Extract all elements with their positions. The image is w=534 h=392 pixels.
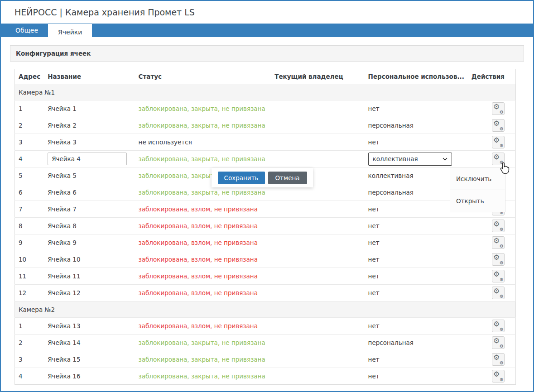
gears-icon: ⚙ — [493, 254, 500, 261]
actions-gear-button[interactable]: ⚙⚙ — [492, 102, 505, 115]
cell-name-cell: Ячейка 6 — [44, 184, 135, 201]
cell-status: заблокирована, закрыта, не привязана — [135, 100, 271, 117]
cell-status: заблокирована, закрыта, не привязана — [135, 335, 271, 351]
actions-gear-button[interactable]: ⚙⚙ — [492, 336, 505, 349]
cell-address: 4 — [15, 368, 44, 385]
gear-small-icon: ⚙ — [500, 244, 504, 249]
cell-personal-cell: нет — [365, 218, 468, 234]
cell-personal-cell: персональная — [365, 117, 468, 134]
cell-name-cell: Ячейка 5 — [44, 167, 135, 184]
gears-icon: ⚙ — [493, 153, 500, 161]
cell-row: 2Ячейка 14заблокирована, закрыта, не при… — [15, 335, 516, 351]
cell-name-cell: Ячейка 13 — [44, 318, 135, 335]
cell-address: 1 — [15, 318, 44, 335]
cell-actions: ⚙⚙ — [468, 318, 516, 335]
camera-group-label: Камера №1 — [15, 84, 516, 100]
cell-status: заблокирована, взлом, не привязана — [135, 234, 271, 251]
cell-row: 3Ячейка 15заблокирована, закрыта, не при… — [15, 351, 516, 368]
cell-owner — [271, 218, 364, 234]
camera-group-label: Камера №2 — [15, 301, 516, 318]
cell-owner — [271, 285, 364, 301]
actions-gear-button[interactable]: ⚙⚙ — [492, 287, 505, 299]
gears-icon: ⚙ — [493, 120, 500, 127]
tab-cells[interactable]: Ячейки — [48, 24, 92, 40]
gear-small-icon: ⚙ — [500, 110, 504, 115]
actions-gear-button[interactable]: ⚙⚙ — [492, 153, 505, 165]
camera-group-row: Камера №1 — [15, 84, 516, 100]
camera-group-row: Камера №2 — [15, 301, 516, 318]
gears-icon: ⚙ — [493, 220, 500, 228]
cell-status: заблокирована, взлом, не привязана — [135, 268, 271, 285]
cell-personal-cell: нет — [365, 285, 468, 301]
cell-personal-cell: нет — [365, 268, 468, 285]
save-cancel-popup: Сохранить Отмена — [212, 168, 313, 187]
cell-owner — [271, 117, 364, 134]
cell-name-cell: Ячейка 15 — [44, 351, 135, 368]
cell-name-cell: Ячейка 16 — [44, 368, 135, 385]
actions-context-menu: Исключить Открыть — [450, 167, 505, 212]
cell-personal-cell: нет — [365, 251, 468, 268]
cell-owner — [271, 134, 364, 151]
cell-address: 10 — [15, 251, 44, 268]
personal-use-select[interactable]: коллективная — [368, 153, 452, 166]
cell-actions: ⚙⚙ — [468, 251, 516, 268]
cells-table: Адрес Название Статус Текущий владелец П… — [14, 69, 516, 385]
cell-owner — [271, 251, 364, 268]
actions-gear-button[interactable]: ⚙⚙ — [492, 353, 505, 366]
actions-gear-button[interactable]: ⚙⚙ — [492, 320, 505, 332]
cell-row: 1Ячейка 13заблокирована, взлом, не привя… — [15, 318, 516, 335]
actions-gear-button[interactable]: ⚙⚙ — [492, 270, 505, 282]
tab-bar: Общее Ячейки — [1, 24, 533, 37]
cell-address: 8 — [15, 218, 44, 234]
cell-address: 11 — [15, 268, 44, 285]
cell-name-cell — [44, 151, 135, 167]
cell-row: 10Ячейка 10заблокирована, взлом, не прив… — [15, 251, 516, 268]
cell-status: заблокирована, закрыта, не привязана — [135, 151, 271, 167]
gear-small-icon: ⚙ — [500, 227, 504, 232]
gears-icon: ⚙ — [493, 320, 500, 328]
actions-gear-button[interactable]: ⚙⚙ — [492, 253, 505, 266]
cell-personal-cell: нет — [365, 100, 468, 117]
cell-status: заблокирована, закрыта, не привязана — [135, 351, 271, 368]
cell-personal-cell: персональная — [365, 335, 468, 351]
cell-name-cell: Ячейка 9 — [44, 234, 135, 251]
cells-table-body: Камера №11Ячейка 1заблокирована, закрыта… — [15, 84, 516, 385]
app-window: НЕЙРОСС | Камера хранения Промет LS Обще… — [0, 0, 534, 392]
cell-owner — [271, 368, 364, 385]
cell-name-cell: Ячейка 1 — [44, 100, 135, 117]
tab-general[interactable]: Общее — [5, 24, 48, 37]
cell-name-cell: Ячейка 2 — [44, 117, 135, 134]
actions-gear-button[interactable]: ⚙⚙ — [492, 236, 505, 249]
cell-owner — [271, 234, 364, 251]
cell-address: 5 — [15, 167, 44, 184]
actions-gear-button[interactable]: ⚙⚙ — [492, 370, 505, 382]
column-header-name: Название — [44, 69, 135, 84]
cell-address: 6 — [15, 184, 44, 201]
gears-icon: ⚙ — [493, 237, 500, 244]
cell-owner — [271, 335, 364, 351]
cell-status: заблокирована, взлом, не привязана — [135, 201, 271, 218]
actions-gear-button[interactable]: ⚙⚙ — [492, 119, 505, 132]
cell-status: заблокирована, взлом, не привязана — [135, 318, 271, 335]
menu-item-exclude[interactable]: Исключить — [450, 167, 505, 190]
cell-address: 4 — [15, 151, 44, 167]
cell-name-cell: Ячейка 11 — [44, 268, 135, 285]
actions-gear-button[interactable]: ⚙⚙ — [492, 220, 505, 232]
cell-actions: ⚙⚙ — [468, 151, 516, 167]
title-bar: НЕЙРОСС | Камера хранения Промет LS — [1, 1, 533, 24]
menu-item-open[interactable]: Открыть — [450, 190, 505, 212]
panel-heading: Конфигурация ячеек — [10, 45, 524, 62]
actions-gear-button[interactable]: ⚙⚙ — [492, 136, 505, 148]
cell-address: 3 — [15, 351, 44, 368]
cell-status: заблокирована, взлом, не привязана — [135, 285, 271, 301]
cell-actions: ⚙⚙ — [468, 100, 516, 117]
cancel-button[interactable]: Отмена — [268, 172, 307, 184]
cell-row: 11Ячейка 11заблокирована, взлом, не прив… — [15, 268, 516, 285]
cell-name-input[interactable] — [48, 153, 127, 165]
cell-owner — [271, 318, 364, 335]
cell-row: 7Ячейка 7заблокирована, взлом, не привяз… — [15, 201, 516, 218]
cell-name-cell: Ячейка 12 — [44, 285, 135, 301]
cell-address: 1 — [15, 100, 44, 117]
cell-status: заблокирована, взлом, не привязана — [135, 251, 271, 268]
save-button[interactable]: Сохранить — [218, 172, 265, 184]
